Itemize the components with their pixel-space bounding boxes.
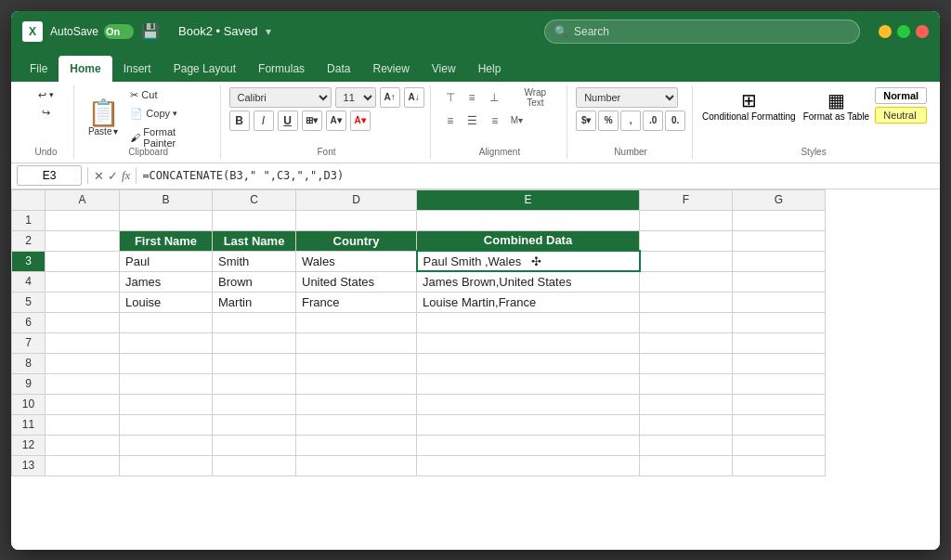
cell-reference-box[interactable] bbox=[17, 165, 82, 186]
tab-home[interactable]: Home bbox=[59, 56, 111, 82]
row-header-9[interactable]: 9 bbox=[12, 373, 46, 394]
row-header-12[interactable]: 12 bbox=[12, 435, 46, 455]
cell-a6[interactable] bbox=[46, 312, 120, 332]
cell-e2[interactable]: Combined Data bbox=[417, 230, 640, 251]
cell-f3[interactable] bbox=[640, 251, 733, 271]
increase-decimal-button[interactable]: .0 bbox=[643, 111, 663, 131]
cell-d3[interactable]: Wales bbox=[296, 251, 417, 271]
col-header-d[interactable]: D bbox=[296, 189, 417, 210]
font-color-button[interactable]: A▾ bbox=[350, 111, 371, 131]
row-header-5[interactable]: 5 bbox=[12, 292, 46, 312]
cell-g1[interactable] bbox=[733, 210, 826, 230]
cell-c5[interactable]: Martin bbox=[213, 292, 296, 312]
cell-f5[interactable] bbox=[640, 292, 733, 312]
cell-d6[interactable] bbox=[296, 312, 417, 332]
close-button[interactable] bbox=[916, 25, 929, 38]
align-middle-button[interactable]: ≡ bbox=[462, 87, 482, 108]
row-header-13[interactable]: 13 bbox=[12, 455, 46, 475]
insert-function-icon[interactable]: fx bbox=[122, 168, 130, 183]
cell-a5[interactable] bbox=[46, 292, 120, 312]
cell-d2[interactable]: Country bbox=[296, 230, 417, 251]
align-bottom-button[interactable]: ⊥ bbox=[484, 87, 504, 108]
percent-button[interactable]: % bbox=[598, 111, 619, 131]
cell-c6[interactable] bbox=[213, 312, 296, 332]
align-left-button[interactable]: ≡ bbox=[440, 111, 461, 131]
cut-button[interactable]: ✂ Cut bbox=[126, 87, 213, 103]
tab-review[interactable]: Review bbox=[361, 56, 420, 82]
col-header-f[interactable]: F bbox=[640, 189, 733, 210]
border-button[interactable]: ⊞▾ bbox=[302, 111, 322, 131]
cell-d4[interactable]: United States bbox=[296, 271, 417, 292]
cell-e5[interactable]: Louise Martin,France bbox=[417, 292, 640, 312]
row-header-3[interactable]: 3 bbox=[12, 251, 46, 271]
tab-help[interactable]: Help bbox=[467, 56, 513, 82]
cell-b1[interactable] bbox=[120, 210, 213, 230]
row-header-8[interactable]: 8 bbox=[12, 353, 46, 373]
cell-a2[interactable] bbox=[46, 230, 120, 251]
dropdown-arrow[interactable]: ▾ bbox=[266, 25, 271, 38]
cell-f1[interactable] bbox=[640, 210, 733, 230]
font-size-select[interactable]: 11 bbox=[335, 87, 376, 108]
cell-c3[interactable]: Smith bbox=[213, 251, 296, 271]
cell-f6[interactable] bbox=[640, 312, 733, 332]
cell-a4[interactable] bbox=[46, 271, 120, 292]
formula-input[interactable] bbox=[142, 165, 934, 186]
col-header-a[interactable]: A bbox=[46, 189, 120, 210]
cell-c2[interactable]: Last Name bbox=[213, 230, 296, 251]
cell-g5[interactable] bbox=[733, 292, 826, 312]
row-header-1[interactable]: 1 bbox=[12, 210, 46, 230]
row-header-2[interactable]: 2 bbox=[12, 230, 46, 251]
col-header-c[interactable]: C bbox=[213, 189, 296, 210]
cell-e4[interactable]: James Brown,United States bbox=[417, 271, 640, 292]
font-name-select[interactable]: Calibri bbox=[229, 87, 332, 108]
normal-style[interactable]: Normal bbox=[875, 87, 927, 104]
tab-data[interactable]: Data bbox=[316, 56, 361, 82]
number-format-select[interactable]: Number bbox=[576, 87, 678, 108]
underline-button[interactable]: U bbox=[278, 111, 298, 131]
search-box[interactable]: 🔍 Search bbox=[544, 20, 860, 44]
cell-d5[interactable]: France bbox=[296, 292, 417, 312]
align-center-button[interactable]: ☰ bbox=[462, 111, 483, 131]
cell-e1[interactable] bbox=[417, 210, 640, 230]
maximize-button[interactable] bbox=[897, 25, 910, 38]
cell-a1[interactable] bbox=[46, 210, 120, 230]
tab-insert[interactable]: Insert bbox=[112, 56, 163, 82]
col-header-b[interactable]: B bbox=[120, 189, 213, 210]
cell-b6[interactable] bbox=[120, 312, 213, 332]
redo-button[interactable]: ↪ bbox=[38, 105, 54, 121]
comma-button[interactable]: , bbox=[620, 111, 641, 131]
cell-e3[interactable]: Paul Smith ,Wales ✣ bbox=[417, 251, 640, 271]
cell-c1[interactable] bbox=[213, 210, 296, 230]
merge-center-button[interactable]: M▾ bbox=[507, 111, 527, 131]
wrap-text-button[interactable]: Wrap Text bbox=[511, 87, 559, 108]
paste-dropdown-icon[interactable]: ▾ bbox=[113, 126, 118, 137]
cell-b5[interactable]: Louise bbox=[120, 292, 213, 312]
tab-page-layout[interactable]: Page Layout bbox=[163, 56, 247, 82]
tab-view[interactable]: View bbox=[421, 56, 467, 82]
bold-button[interactable]: B bbox=[229, 111, 250, 131]
cell-f4[interactable] bbox=[640, 271, 733, 292]
cell-b3[interactable]: Paul bbox=[120, 251, 213, 271]
decrease-decimal-button[interactable]: 0. bbox=[665, 111, 685, 131]
cell-b2[interactable]: First Name bbox=[120, 230, 213, 251]
format-as-table-button[interactable]: ▦ Format as Table bbox=[801, 87, 872, 124]
paste-button[interactable]: 📋 Paste ▾ bbox=[84, 98, 123, 138]
confirm-formula-icon[interactable]: ✓ bbox=[108, 169, 118, 183]
italic-button[interactable]: I bbox=[254, 111, 274, 131]
align-right-button[interactable]: ≡ bbox=[485, 111, 505, 131]
cell-f2[interactable] bbox=[640, 230, 733, 251]
tab-file[interactable]: File bbox=[19, 56, 59, 82]
col-header-e[interactable]: E bbox=[417, 189, 640, 210]
neutral-style[interactable]: Neutral bbox=[875, 107, 927, 124]
copy-button[interactable]: 📄 Copy ▾ bbox=[126, 106, 213, 122]
cell-e6[interactable] bbox=[417, 312, 640, 332]
autosave-toggle[interactable]: On bbox=[104, 24, 134, 39]
align-top-button[interactable]: ⊤ bbox=[440, 87, 461, 108]
row-header-4[interactable]: 4 bbox=[12, 271, 46, 292]
cancel-formula-icon[interactable]: ✕ bbox=[94, 169, 104, 183]
cell-b4[interactable]: James bbox=[120, 271, 213, 292]
cell-a3[interactable] bbox=[46, 251, 120, 271]
cell-g3[interactable] bbox=[733, 251, 826, 271]
cell-d1[interactable] bbox=[296, 210, 417, 230]
cell-c4[interactable]: Brown bbox=[213, 271, 296, 292]
